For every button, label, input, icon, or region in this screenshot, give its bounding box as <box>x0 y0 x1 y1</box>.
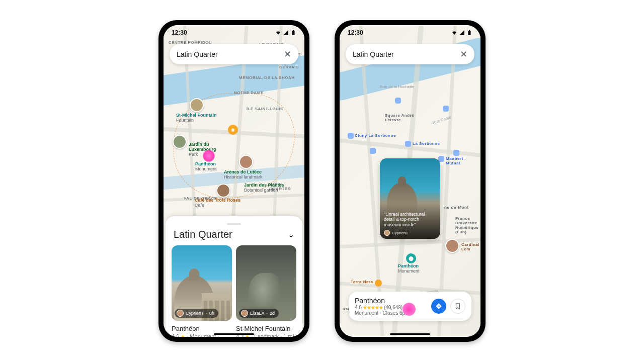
card-title: Panthéon <box>172 325 232 332</box>
bottom-sheet[interactable]: Latin Quarter ⌄ CyprienT·8h Panthéon <box>166 216 302 337</box>
poi-label: Terra Nera <box>351 280 373 284</box>
poi-pin[interactable] <box>375 280 382 287</box>
search-bar[interactable]: Latin Quarter ✕ <box>346 44 474 64</box>
status-time: 12:30 <box>172 29 187 36</box>
card-image: ElsaLA·2d <box>236 245 296 321</box>
directions-icon <box>435 303 442 310</box>
avatar <box>241 310 248 317</box>
place-card-fountain[interactable]: ElsaLA·2d St-Michel Fountain 4.3★· Landm… <box>236 245 296 337</box>
transit-icon[interactable] <box>453 150 459 156</box>
battery-icon <box>290 30 296 36</box>
user-location <box>203 150 215 162</box>
avatar <box>177 310 184 317</box>
location-highlight <box>403 303 416 316</box>
save-button[interactable] <box>450 299 465 314</box>
metro-icon[interactable] <box>405 141 411 147</box>
avatar <box>384 230 390 236</box>
place-preview-card[interactable]: "Unreal architectural detail & top-notch… <box>380 158 440 239</box>
metro-icon[interactable] <box>438 156 444 162</box>
poi-photo[interactable] <box>239 155 253 169</box>
hood-label: Mémorial de la Shoah <box>239 75 294 80</box>
transit-icon[interactable] <box>443 106 449 112</box>
battery-icon <box>466 30 472 36</box>
card-title: St-Michel Fountain <box>236 325 296 332</box>
search-bar[interactable]: Latin Quarter ✕ <box>170 44 298 64</box>
wifi-icon <box>451 30 457 36</box>
phone-left: Centre Pompidou LE MARAIS Musée Carnaval… <box>158 20 309 342</box>
building-label: France Université Numérique (Fun) <box>455 216 478 234</box>
metro-icon[interactable] <box>348 133 354 139</box>
signal-icon <box>283 30 289 36</box>
place-subtitle: Monument · Closes 6pm <box>355 310 427 316</box>
review-byline: CyprienT <box>384 230 408 236</box>
directions-button[interactable] <box>431 299 446 314</box>
poi-pantheon[interactable]: PanthéonMonument <box>195 162 217 172</box>
home-indicator[interactable] <box>390 333 430 335</box>
square-label: Square André Lefèvre <box>385 113 414 122</box>
poi-pantheon[interactable]: PanthéonMonument <box>398 264 420 274</box>
review-quote: "Unreal architectural detail & top-notch… <box>384 212 436 228</box>
poi-photo[interactable] <box>190 98 204 112</box>
hood-label: Notre Dame <box>234 90 264 95</box>
poi-cafe[interactable]: Café des Trois RosesCafe <box>195 198 240 208</box>
metro-label: Cluny La Sorbonne <box>355 133 396 138</box>
place-rating: 4.6 ★★★★★ (40,649) <box>355 305 427 310</box>
transit-icon[interactable] <box>395 98 401 104</box>
signal-icon <box>459 30 465 36</box>
poi-stmichel[interactable]: St-Michel FountainFountain <box>176 113 217 123</box>
search-query: Latin Quarter <box>177 50 284 58</box>
hood-label: ÎLE SAINT-LOUIS <box>247 107 283 111</box>
sheet-grabber[interactable] <box>227 223 241 225</box>
status-bar: 12:30 <box>164 25 304 40</box>
clear-search-icon[interactable]: ✕ <box>460 49 467 60</box>
status-time: 12:30 <box>348 29 363 36</box>
poi-pin-pantheon[interactable]: ⬤ <box>406 253 416 263</box>
phone-right: Rue de la Huchette Square André Lefèvre … <box>335 20 486 342</box>
street-label: Rue de la Huchette <box>380 84 415 89</box>
poi-photo[interactable] <box>173 135 187 149</box>
search-query: Latin Quarter <box>353 50 460 58</box>
card-image: CyprienT·8h <box>172 245 232 321</box>
poi-label: Cardinal Lem <box>461 242 480 251</box>
poi-photo[interactable] <box>445 239 459 253</box>
poi-jardin[interactable]: Jardin des PlantesBotanical garden <box>244 183 284 193</box>
author-chip: CyprienT·8h <box>175 309 218 318</box>
transit-icon[interactable] <box>370 148 376 154</box>
metro-label: Maubert - Mutual <box>446 156 480 165</box>
sheet-title: Latin Quarter <box>174 229 232 240</box>
metro-label: La Sorbonne <box>413 141 440 146</box>
place-name: Panthéon <box>355 297 427 305</box>
author-chip: ElsaLA·2d <box>239 309 279 318</box>
poi-pin[interactable]: ◉ <box>228 125 238 135</box>
poi-photo[interactable] <box>216 184 230 198</box>
chevron-down-icon[interactable]: ⌄ <box>288 230 294 239</box>
wifi-icon <box>275 30 281 36</box>
home-indicator[interactable] <box>214 333 254 335</box>
clear-search-icon[interactable]: ✕ <box>284 49 291 60</box>
poi-arenes[interactable]: Arènes de LutèceHistorical landmark <box>224 170 263 180</box>
status-bar: 12:30 <box>340 25 480 40</box>
street-label: ne-du-Mont <box>444 205 469 210</box>
place-card-pantheon[interactable]: CyprienT·8h Panthéon 4.6★· Monument·0.5 … <box>172 245 232 337</box>
bookmark-icon <box>454 303 461 310</box>
